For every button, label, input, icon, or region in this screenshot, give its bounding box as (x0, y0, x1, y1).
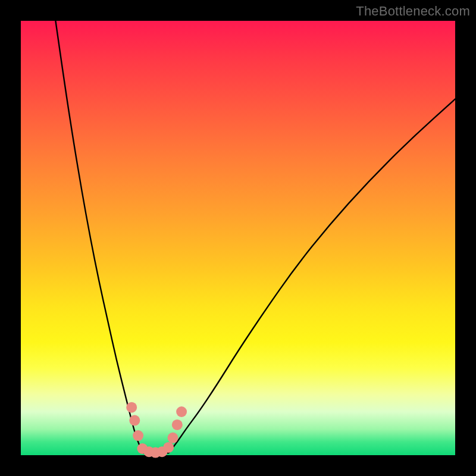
valley-marker (126, 402, 137, 413)
bottleneck-curve (55, 21, 455, 453)
valley-marker (168, 433, 178, 443)
valley-marker (129, 415, 140, 426)
plot-area (21, 21, 455, 455)
chart-frame: TheBottleneck.com (0, 0, 476, 476)
valley-marker (133, 430, 143, 441)
valley-marker (163, 442, 174, 453)
watermark-text: TheBottleneck.com (356, 4, 470, 19)
valley-marker (176, 406, 187, 417)
curve-layer (21, 21, 455, 455)
valley-marker (172, 419, 183, 430)
